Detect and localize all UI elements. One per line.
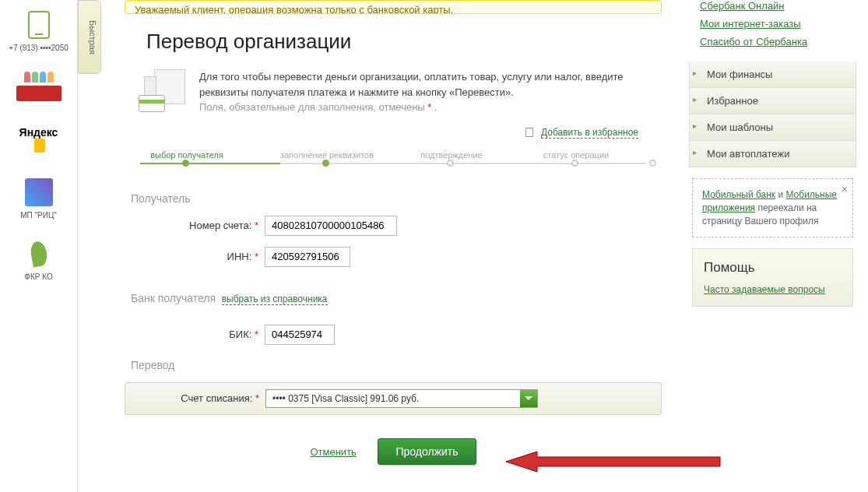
from-account-select[interactable]: •••• 0375 [Visa Classic] 991.06 руб. [265,389,538,408]
progress-steps: выбор получателя заполнение реквизитов п… [125,150,662,169]
account-label: Номер счета: [189,220,251,231]
sidebar-yandex[interactable]: Яндекс [0,114,77,167]
sidebar-label: ФКР КО [3,272,74,281]
chevron-down-icon [520,390,537,407]
main-content: Уважаемый клиент, операция возможна толь… [113,0,673,465]
close-icon[interactable]: × [842,182,848,198]
section-recipient: Получатель [131,192,662,205]
sidebar-phone[interactable]: +7 (913) ••••2050 [0,0,77,62]
step-4: статус операции [514,150,638,160]
step-2: заполнение реквизитов [265,150,389,160]
leaf-icon [29,241,48,268]
intro-block: Для того чтобы перевести деньги организа… [125,69,662,115]
panel-templates[interactable]: Мои шаблоны [689,114,856,141]
section-transfer: Перевод [131,359,662,371]
panel-favorites[interactable]: Избранное [689,88,856,114]
alert-banner: Уважаемый клиент, операция возможна толь… [125,0,662,14]
panel-finances[interactable]: Мои финансы [689,62,856,88]
panel-autopay[interactable]: Мои автоплатежи [689,141,856,167]
quick-pay-tab[interactable]: Быстрая [78,0,101,74]
bik-input[interactable] [265,325,335,345]
link-internet-orders[interactable]: Мои интернет-заказы [700,18,845,30]
mobile-bank-link[interactable]: Мобильный банк [702,189,775,200]
link-spasibo[interactable]: Спасибо от Сбербанка [700,36,845,47]
section-bank: Банк получателя [131,292,216,304]
red-block-icon [16,86,61,101]
directory-link[interactable]: выбрать из справочника [222,293,328,305]
right-column: Сбербанк Онлайн Мои интернет-заказы Спас… [689,0,856,307]
cancel-link[interactable]: Отменить [310,446,356,458]
page-title: Перевод организации [125,30,662,54]
sidebar-label: МП "РИЦ" [3,211,74,220]
left-sidebar: +7 (913) ••••2050 Яндекс МП "РИЦ" ФКР КО [0,0,78,492]
continue-button[interactable]: Продолжить [378,438,476,465]
notice-box: × Мобильный банк и Мобильные приложения … [692,178,853,237]
inn-input[interactable] [265,247,350,267]
inn-label: ИНН: [227,251,252,262]
bookmark-icon [525,128,533,137]
step-3: подтверждение [389,150,514,160]
add-favorite-link[interactable]: Добавить в избранное [541,127,638,139]
help-box: Помощь Часто задаваемые вопросы [692,248,853,307]
account-input[interactable] [265,216,397,236]
from-account-value: •••• 0375 [Visa Classic] 991.06 руб. [266,393,520,404]
faq-link[interactable]: Часто задаваемые вопросы [704,284,825,295]
help-title: Помощь [704,260,842,276]
intro-text-1: Для того чтобы перевести деньги организа… [199,69,662,100]
sidebar-fkr[interactable]: ФКР КО [0,229,77,290]
bik-label: БИК: [229,329,251,340]
yandex-icon: Яндекс [19,126,58,153]
link-sberbank-online[interactable]: Сбербанк Онлайн [700,0,845,12]
sidebar-ric[interactable]: МП "РИЦ" [0,167,77,229]
sidebar-label: +7 (913) ••••2050 [3,44,74,52]
step-1: выбор получателя [125,150,249,160]
building-icon [25,178,53,206]
people-icon [24,72,54,83]
from-label: Счет списания: [181,392,252,404]
sidebar-charity[interactable] [0,62,77,114]
intro-text-2: Поля, обязательные для заполнения, отмеч… [199,101,427,113]
phone-icon [28,11,50,39]
org-transfer-icon [139,69,185,112]
